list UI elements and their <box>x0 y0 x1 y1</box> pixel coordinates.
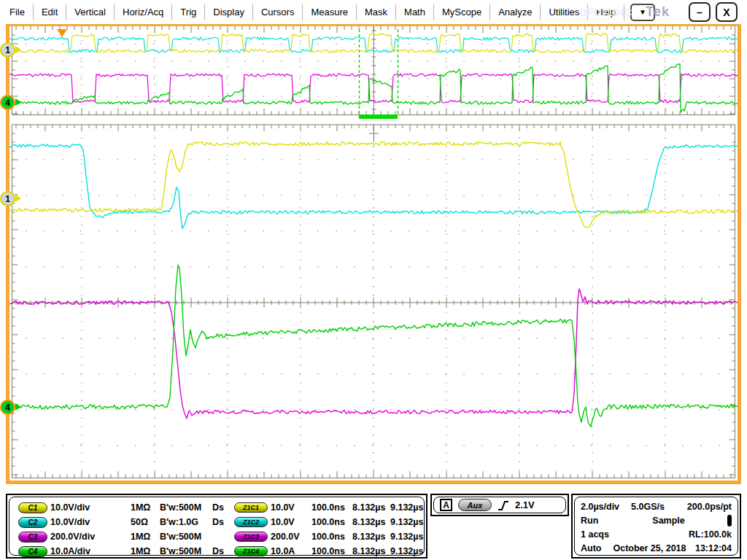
channel-impedance: 1MΩ <box>131 502 160 513</box>
trigger-source-badge: A <box>440 499 452 511</box>
menu-item-vertical[interactable]: Vertical <box>66 4 115 20</box>
zoom-position-2: 9.132µs <box>390 517 424 527</box>
channel-scale: 10.0V/div <box>50 517 131 527</box>
timebase-value: 2.0µs/div <box>581 502 619 512</box>
menu-item-display[interactable]: Display <box>205 4 253 20</box>
acquisition-readout-inner: 2.0µs/div 5.0GS/s 200.0ps/pt Run Sample … <box>574 497 738 556</box>
channel-bandwidth: B′w:500M <box>160 502 212 513</box>
channel-row-c3: C3200.0V/div1MΩB′w:500MZ1C3200.0V100.0ns… <box>18 529 424 544</box>
time-value: 13:12:04 <box>695 543 732 553</box>
overview-channel-marker-1[interactable]: 1 <box>0 42 15 58</box>
menu-item-horiz-acq[interactable]: Horiz/Acq <box>115 4 172 20</box>
zoom-scale: 200.0V <box>271 532 311 542</box>
main-trace-c3 <box>9 289 738 419</box>
acq-count: 1 acqs <box>581 529 609 540</box>
zoom-pill-z1c2[interactable]: Z1C2 <box>234 517 268 527</box>
menu-bar: FileEditVerticalHoriz/AcqTrigDisplayCurs… <box>0 0 747 24</box>
channel-row-c4: C410.0A/div1MΩB′w:500MDsZ1C410.0A100.0ns… <box>18 544 424 559</box>
sample-rate-value: 5.0GS/s <box>631 502 665 512</box>
channel-readout-inner: C110.0V/div1MΩB′w:500MDsZ1C110.0V100.0ns… <box>9 497 425 556</box>
rising-edge-icon <box>498 499 509 511</box>
date-value: October 25, 2018 <box>613 543 686 553</box>
main-channel-marker-4[interactable]: 4 <box>0 400 15 415</box>
main-trace-c1 <box>9 141 738 228</box>
channel-scale: 10.0V/div <box>50 502 131 513</box>
overview-channel-arrow-4 <box>15 98 21 106</box>
zoom-scale: 10.0V <box>271 502 311 513</box>
model-label: DPO7104C <box>579 7 632 18</box>
channel-bandwidth: B′w:500M <box>160 532 212 542</box>
trigger-position-marker[interactable] <box>57 29 67 37</box>
channel-pill-c3[interactable]: C3 <box>18 532 47 542</box>
menu-item-math[interactable]: Math <box>396 4 434 20</box>
acquisition-readout-panel: 2.0µs/div 5.0GS/s 200.0ps/pt Run Sample … <box>571 494 741 559</box>
channel-ds-flag: Ds <box>212 546 234 556</box>
zoom-position-1: 8.132µs <box>352 517 390 527</box>
main-trace-c2 <box>9 144 738 229</box>
main-channel-marker-1[interactable]: 1 <box>0 191 15 206</box>
channel-impedance: 50Ω <box>131 517 160 527</box>
zoom-position-2: 9.132µs <box>390 546 424 556</box>
menu-item-analyze[interactable]: Analyze <box>490 4 541 20</box>
overview-channel-marker-4[interactable]: 4 <box>0 95 15 110</box>
trigger-mode: Auto <box>581 543 601 553</box>
zoom-timebase: 100.0ns <box>311 546 352 556</box>
waveform-display-area[interactable] <box>6 24 741 484</box>
zoom-region-bar[interactable] <box>359 114 398 119</box>
record-length: RL:100.0k <box>689 529 732 540</box>
main-channel-arrow-4 <box>15 403 21 411</box>
menu-item-edit[interactable]: Edit <box>34 4 66 20</box>
menu-item-trig[interactable]: Trig <box>172 4 205 20</box>
menu-item-myscope[interactable]: MyScope <box>434 4 490 20</box>
zoom-timebase: 100.0ns <box>311 502 352 513</box>
zoom-pill-z1c1[interactable]: Z1C1 <box>234 502 268 513</box>
channel-bandwidth: B′w:500M <box>160 546 212 556</box>
zoom-position-2: 9.132µs <box>390 502 424 513</box>
zoom-scale: 10.0A <box>271 546 311 556</box>
overview-channel-arrow-1 <box>15 46 21 53</box>
channel-pill-c1[interactable]: C1 <box>18 502 47 513</box>
menu-item-cursors[interactable]: Cursors <box>253 4 303 20</box>
minimize-button[interactable]: – <box>689 2 711 22</box>
zoom-pill-z1c4[interactable]: Z1C4 <box>234 546 268 556</box>
zoom-timebase: 100.0ns <box>311 532 352 542</box>
zoom-scale: 10.0V <box>271 517 311 527</box>
scope-graticule <box>9 26 738 481</box>
channel-scale: 200.0V/div <box>50 532 131 542</box>
channel-row-c2: C210.0V/div50ΩB′w:1.0GDsZ1C210.0V100.0ns… <box>18 515 424 529</box>
zoom-position-1: 8.132µs <box>352 532 390 542</box>
close-button[interactable]: X <box>716 2 738 22</box>
channel-row-c1: C110.0V/div1MΩB′w:500MDsZ1C110.0V100.0ns… <box>18 500 424 515</box>
zoom-position-1: 8.132µs <box>352 502 390 513</box>
zoom-timebase: 100.0ns <box>311 517 352 527</box>
channel-ds-flag: Ds <box>212 517 234 527</box>
trigger-readout-inner: A Aux 2.1V <box>433 497 566 513</box>
channel-scale: 10.0A/div <box>50 546 131 556</box>
main-channel-arrow-1 <box>15 195 21 202</box>
tek-logo: Tek <box>646 4 670 20</box>
channel-impedance: 1MΩ <box>131 546 160 556</box>
thermometer-icon <box>727 515 732 526</box>
menu-item-measure[interactable]: Measure <box>303 4 357 20</box>
channel-readout-panel: C110.0V/div1MΩB′w:500MDsZ1C110.0V100.0ns… <box>6 494 427 559</box>
channel-bandwidth: B′w:1.0G <box>160 517 212 527</box>
trigger-level: 2.1V <box>515 499 535 510</box>
trigger-readout-panel: A Aux 2.1V <box>430 494 569 516</box>
channel-pill-c4[interactable]: C4 <box>18 546 47 557</box>
zoom-position-2: 9.132µs <box>390 532 424 542</box>
menu-item-mask[interactable]: Mask <box>357 4 396 20</box>
menu-item-file[interactable]: File <box>1 4 34 20</box>
channel-pill-c2[interactable]: C2 <box>18 517 47 528</box>
resolution-value: 200.0ps/pt <box>687 502 732 512</box>
channel-impedance: 1MΩ <box>131 532 160 542</box>
trigger-aux-pill[interactable]: Aux <box>458 499 492 511</box>
main-trace-c4 <box>9 265 738 427</box>
zoom-position-1: 8.132µs <box>352 546 390 556</box>
zoom-pill-z1c3[interactable]: Z1C3 <box>234 532 268 542</box>
run-state: Run <box>581 516 598 526</box>
channel-ds-flag: Ds <box>212 502 234 513</box>
acq-mode: Sample <box>652 516 684 526</box>
